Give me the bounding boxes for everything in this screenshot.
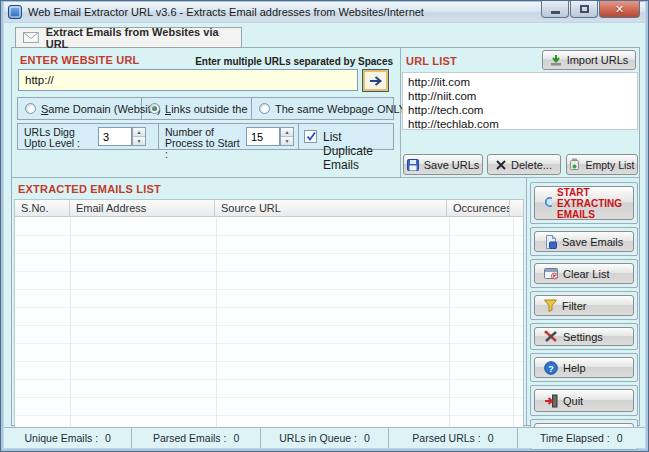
empty-list-button[interactable]: Empty List xyxy=(566,154,638,175)
maximize-icon xyxy=(580,5,589,13)
maximize-button[interactable] xyxy=(570,1,598,18)
filter-button[interactable]: Filter xyxy=(534,295,634,316)
status-label: Parsed URLs : xyxy=(412,432,480,444)
save-emails-label: Save Emails xyxy=(562,236,623,248)
client-area: Extract Emails from Websites via URL ENT… xyxy=(4,23,645,448)
emails-table-body xyxy=(15,218,523,447)
url-list-item[interactable]: http://tech.com xyxy=(403,103,637,117)
domain-scope-group: Same Domain (Website) Links outside the … xyxy=(17,97,394,120)
clear-list-button[interactable]: Clear List xyxy=(534,263,634,284)
digg-level-input[interactable] xyxy=(98,127,132,146)
import-icon xyxy=(550,54,562,66)
close-button[interactable]: ✕ xyxy=(599,1,640,18)
url-listbox[interactable]: http://iit.com http://niit.com http://te… xyxy=(402,72,638,130)
app-window: Web Email Extractor URL v3.6 - Extracts … xyxy=(0,0,649,452)
divider xyxy=(298,124,299,149)
tab-label: Extract Emails from Websites via URL xyxy=(46,26,241,50)
radio-icon xyxy=(259,103,270,114)
start-extracting-label: START EXTRACTING EMAILS xyxy=(557,187,633,220)
process-count-stepper[interactable]: ▲▼ xyxy=(280,127,294,146)
radio-same-webpage-label: The same Webpage ONLY xyxy=(275,103,406,115)
divider xyxy=(513,218,514,447)
divider xyxy=(449,218,450,447)
status-value: 0 xyxy=(233,432,239,444)
quit-button[interactable]: Quit xyxy=(534,389,634,412)
filter-funnel-icon xyxy=(544,299,557,312)
radio-same-domain[interactable]: Same Domain (Website) xyxy=(18,98,142,119)
spinner-down-icon[interactable]: ▼ xyxy=(133,137,145,145)
empty-list-label: Empty List xyxy=(585,159,634,171)
process-count-label: Number of Process to Start : xyxy=(165,127,245,160)
emails-table-header: S.No. Email Address Source URL Occurence… xyxy=(15,200,523,217)
save-urls-button[interactable]: Save URLs xyxy=(403,154,483,175)
settings-button[interactable]: Settings xyxy=(534,327,634,346)
quit-exit-icon xyxy=(544,394,558,408)
spinner-up-icon[interactable]: ▲ xyxy=(133,128,145,137)
close-icon: ✕ xyxy=(615,3,624,16)
help-icon: ? xyxy=(544,361,558,375)
titlebar: Web Email Extractor URL v3.6 - Extracts … xyxy=(4,2,645,22)
minimize-button[interactable] xyxy=(541,1,569,18)
status-label: Time Elapsed : xyxy=(540,432,610,444)
col-source-url[interactable]: Source URL xyxy=(215,200,447,216)
magnifier-icon xyxy=(544,196,552,211)
sidebar-cell: Clear List xyxy=(530,259,638,288)
sidebar-cell: Quit xyxy=(530,385,638,416)
radio-selected-icon xyxy=(149,103,160,114)
radio-links-outside[interactable]: Links outside the xyxy=(142,98,252,119)
window-title: Web Email Extractor URL v3.6 - Extracts … xyxy=(28,6,424,18)
status-urls-in-queue: URLs in Queue :0 xyxy=(261,428,389,448)
extracted-emails-header: EXTRACTED EMAILS LIST xyxy=(18,183,161,195)
clear-list-icon xyxy=(544,268,558,280)
status-time-elapsed: Time Elapsed :0 xyxy=(518,428,645,448)
status-parsed-emails: Parsed Emails :0 xyxy=(132,428,260,448)
col-occurences[interactable]: Occurences xyxy=(447,200,510,216)
status-value: 0 xyxy=(364,432,370,444)
settings-tools-icon xyxy=(544,330,558,343)
floppy-icon xyxy=(407,159,419,171)
save-emails-icon xyxy=(544,235,557,249)
status-label: Parsed Emails : xyxy=(153,432,227,444)
arrow-right-icon xyxy=(368,75,384,87)
divider xyxy=(216,218,217,447)
spinner-down-icon[interactable]: ▼ xyxy=(281,137,293,145)
sidebar-cell: Save Emails xyxy=(530,227,638,256)
status-value: 0 xyxy=(617,432,623,444)
digg-level-stepper[interactable]: ▲▼ xyxy=(132,127,146,146)
delete-label: Delete... xyxy=(511,159,552,171)
url-input[interactable] xyxy=(18,69,358,91)
divider xyxy=(158,124,159,149)
tab-extract-emails[interactable]: Extract Emails from Websites via URL xyxy=(15,27,242,48)
import-urls-label: Import URLs xyxy=(567,54,629,66)
emails-table[interactable]: S.No. Email Address Source URL Occurence… xyxy=(14,199,524,448)
go-button[interactable] xyxy=(362,69,389,92)
radio-same-webpage[interactable]: The same Webpage ONLY xyxy=(252,98,393,119)
process-count-input[interactable] xyxy=(246,127,280,146)
divider xyxy=(70,218,71,447)
main-panel: ENTER WEBSITE URL Enter multiple URLs se… xyxy=(11,47,640,426)
status-parsed-urls: Parsed URLs :0 xyxy=(389,428,517,448)
col-sno[interactable]: S.No. xyxy=(15,200,70,216)
delete-button[interactable]: Delete... xyxy=(487,154,561,175)
url-list-header: URL LIST xyxy=(406,55,457,67)
start-extracting-button[interactable]: START EXTRACTING EMAILS xyxy=(534,186,634,220)
clear-list-label: Clear List xyxy=(563,268,609,280)
digg-level-label: URLs Digg Upto Level : xyxy=(24,127,96,149)
col-email-address[interactable]: Email Address xyxy=(70,200,215,216)
list-duplicates-checkbox[interactable] xyxy=(304,130,317,143)
url-list-item[interactable]: http://iit.com xyxy=(403,75,637,89)
import-urls-button[interactable]: Import URLs xyxy=(542,50,636,70)
caption-buttons: ✕ xyxy=(540,1,640,18)
filter-label: Filter xyxy=(562,300,586,312)
sidebar-cell: Settings xyxy=(530,323,638,350)
settings-label: Settings xyxy=(563,331,603,343)
empty-list-icon xyxy=(569,158,580,171)
spinner-up-icon[interactable]: ▲ xyxy=(281,128,293,137)
url-list-item[interactable]: http://niit.com xyxy=(403,89,637,103)
quit-label: Quit xyxy=(563,395,583,407)
save-emails-button[interactable]: Save Emails xyxy=(534,231,634,252)
sidebar-cell: Filter xyxy=(530,291,638,320)
url-list-item[interactable]: http://techlab.com xyxy=(403,117,637,130)
help-button[interactable]: ? Help xyxy=(534,357,634,378)
radio-links-outside-label: Links outside the xyxy=(165,103,248,115)
